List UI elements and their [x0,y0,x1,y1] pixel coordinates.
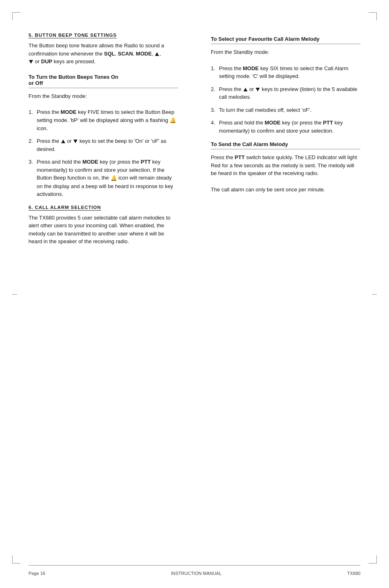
section5-intro-paragraph: The Button beep tone feature allows the … [29,42,178,66]
step3-ptt-key: PTT [141,159,151,165]
section5-dup-text: or [33,58,41,64]
step1-num: 1. [29,108,37,116]
content-area: 5. BUTTON BEEP TONE SETTINGS The Button … [0,24,389,555]
step4-favourite: 4. Press and hold the MODE key (or press… [211,119,360,135]
step4-fav-mode-key: MODE [265,120,281,126]
step2-fav-num: 2. [211,85,219,93]
section5-comma2: , [133,51,136,57]
tri-down-icon-fav [256,88,260,91]
subsection1-standby: From the Standby mode: [29,92,178,100]
step2-num: 2. [29,137,37,145]
subsection1-heading: To Turn the Button Beeps Tones Onor Off [29,74,178,86]
tri-up-icon-fav [243,88,248,91]
tri-up-icon-2 [61,140,65,143]
step3-favourite: 3. To turn the call melodies off, select… [211,106,360,114]
step3-text: Press and hold the MODE key (or press th… [37,158,178,198]
bell-icon-2: 🔔 [111,174,117,182]
step3-fav-text: To turn the call melodies off, select 'o… [219,106,360,114]
step1-text: Press the MODE key FIVE times to select … [37,108,178,132]
subsection-favourite-standby: From the Standby mode: [211,48,360,56]
subsection-favourite-steps: 1. Press the MODE key SIX times to selec… [211,64,360,135]
step2-fav-text: Press the or keys to preview (listen) to… [219,85,360,101]
step4-fav-num: 4. [211,119,219,127]
down-arrow-icon [29,60,33,64]
section5-scan-label: SCAN [118,51,133,57]
up-arrow-icon [155,52,159,56]
side-mark-left [12,294,17,295]
step1-mode-key: MODE [61,109,77,115]
section5-comma1: , [115,51,118,57]
step2-text: Press the or keys to set the beep to 'On… [37,137,178,153]
step1-fav-num: 1. [211,64,219,73]
step2-beep: 2. Press the or keys to set the beep to … [29,137,178,153]
footer: Page 16 INSTRUCTION MANUAL TX680 [0,571,389,576]
footer-right-label: TX680 [347,571,360,576]
corner-mark-tr [369,12,377,20]
subsection-send-body1: Press the PTT switch twice quickly. The … [211,153,360,178]
step3-beep: 3. Press and hold the MODE key (or press… [29,158,178,198]
subsection-send-heading: To Send the Call Alarm Melody [211,141,360,147]
corner-mark-bl [12,555,20,564]
subsection-favourite-heading: To Select your Favourite Call Alarm Melo… [211,36,360,42]
side-mark-right [372,294,377,295]
step1-favourite: 1. Press the MODE key SIX times to selec… [211,64,360,80]
right-column: To Select your Favourite Call Alarm Melo… [203,33,360,522]
section5-suffix: keys are pressed. [52,58,95,64]
step3-num: 3. [29,158,37,166]
section6-heading: 6. CALL ALARM SELECTION [29,205,178,210]
step1-fav-text: Press the MODE key SIX times to select t… [219,64,360,80]
section5-dup-label: DUP [41,58,52,64]
send-ptt-key: PTT [235,154,245,160]
section5-comma4: , [159,51,161,57]
section5-mode-label: MODE [136,51,152,57]
subsection1-divider [29,88,178,88]
section6-body: The TX680 provides 5 user selectable cal… [29,214,178,246]
corner-mark-tl [12,12,20,20]
bell-icon-1: 🔔 [170,116,176,124]
step1-fav-mode-key: MODE [243,65,259,71]
corner-mark-br [369,555,377,564]
left-column: 5. BUTTON BEEP TONE SETTINGS The Button … [29,33,186,522]
footer-center-label: INSTRUCTION MANUAL [171,571,221,576]
subsection1-steps: 1. Press the MODE key FIVE times to sele… [29,108,178,198]
subsection-favourite-divider [211,44,360,44]
step4-fav-text: Press and hold the MODE key (or press th… [219,119,360,135]
step3-fav-num: 3. [211,106,219,114]
tri-down-icon-2 [73,140,77,143]
section5-key-labels: SQL [104,51,115,57]
step2-favourite: 2. Press the or keys to preview (listen)… [211,85,360,101]
step4-fav-ptt-key: PTT [323,120,333,126]
subsection-send-body2: The call alarm can only be sent once per… [211,186,360,194]
section5-comma3: , [152,51,155,57]
section5-heading: 5. BUTTON BEEP TONE SETTINGS [29,33,178,38]
step1-beep: 1. Press the MODE key FIVE times to sele… [29,108,178,132]
subsection-send-divider [211,149,360,149]
footer-line [29,565,360,566]
footer-page-label: Page 16 [29,571,45,576]
step3-mode-key: MODE [82,159,98,165]
